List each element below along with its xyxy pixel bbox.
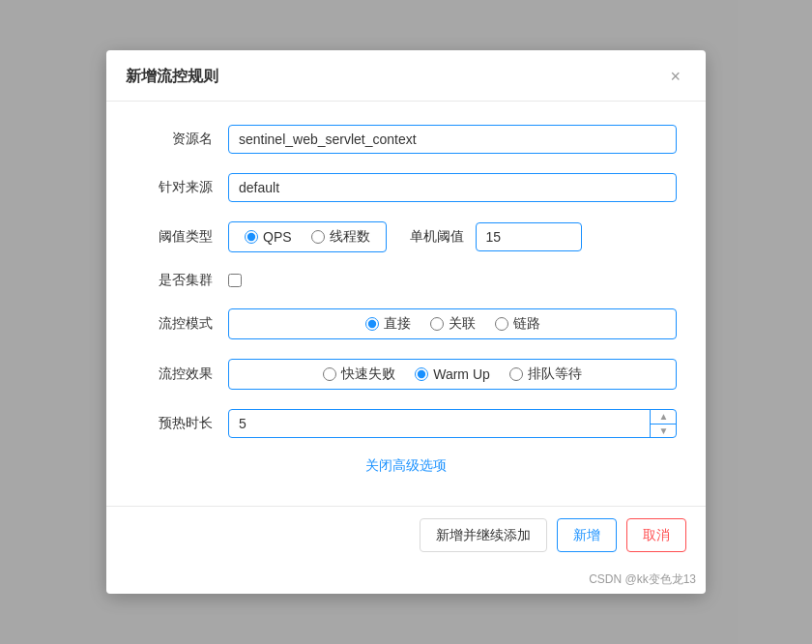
advanced-link[interactable]: 关闭高级选项 bbox=[365, 457, 447, 473]
radio-relate-label: 关联 bbox=[449, 315, 476, 333]
flow-mode-control: 直接 关联 链路 bbox=[228, 308, 677, 339]
cluster-row: 是否集群 bbox=[135, 272, 677, 289]
threshold-type-control: QPS 线程数 单机阈值 bbox=[228, 221, 677, 252]
radio-queue-input[interactable] bbox=[509, 367, 523, 381]
dialog-header: 新增流控规则 × bbox=[106, 50, 706, 102]
dialog-footer: 新增并继续添加 新增 取消 bbox=[106, 506, 706, 568]
radio-warm-up-label: Warm Up bbox=[433, 366, 490, 382]
flow-effect-row: 流控效果 快速失败 Warm Up 排队等待 bbox=[135, 359, 677, 390]
radio-qps[interactable]: QPS bbox=[245, 229, 292, 245]
radio-chain-label: 链路 bbox=[513, 315, 540, 333]
radio-queue[interactable]: 排队等待 bbox=[509, 366, 582, 383]
warmup-duration-wrapper: ▲ ▼ bbox=[228, 409, 677, 438]
close-button[interactable]: × bbox=[664, 66, 686, 87]
source-label: 针对来源 bbox=[135, 179, 213, 196]
qps-row: QPS 线程数 单机阈值 bbox=[228, 221, 677, 252]
cluster-checkbox-item bbox=[228, 274, 677, 287]
radio-fast-fail-input[interactable] bbox=[323, 367, 336, 381]
warmup-duration-input[interactable] bbox=[228, 409, 677, 438]
source-control bbox=[228, 173, 677, 202]
dialog-title: 新增流控规则 bbox=[126, 67, 218, 87]
radio-threads-input[interactable] bbox=[311, 230, 325, 244]
threshold-type-row: 阈值类型 QPS 线程数 单机阈 bbox=[135, 221, 677, 252]
source-row: 针对来源 bbox=[135, 173, 677, 202]
single-threshold-input[interactable] bbox=[476, 222, 582, 251]
flow-mode-label: 流控模式 bbox=[135, 315, 213, 333]
threshold-type-label: 阈值类型 bbox=[135, 228, 213, 246]
dialog: 新增流控规则 × 资源名 针对来源 阈值类型 bbox=[106, 50, 706, 594]
radio-queue-label: 排队等待 bbox=[528, 366, 582, 383]
resource-name-control bbox=[228, 125, 677, 154]
watermark: CSDN @kk变色龙13 bbox=[106, 568, 706, 594]
add-continue-button[interactable]: 新增并继续添加 bbox=[420, 518, 547, 552]
radio-threads-label: 线程数 bbox=[330, 228, 370, 246]
cancel-button[interactable]: 取消 bbox=[626, 518, 686, 552]
dialog-body: 资源名 针对来源 阈值类型 bbox=[106, 102, 706, 506]
warmup-duration-control: ▲ ▼ bbox=[228, 409, 677, 438]
advanced-link-row: 关闭高级选项 bbox=[135, 457, 677, 475]
single-threshold-label: 单机阈值 bbox=[410, 228, 464, 246]
radio-qps-label: QPS bbox=[263, 229, 292, 245]
threshold-type-radio-group: QPS 线程数 bbox=[228, 221, 387, 252]
flow-effect-control: 快速失败 Warm Up 排队等待 bbox=[228, 359, 677, 390]
resource-name-label: 资源名 bbox=[135, 131, 213, 148]
resource-name-input[interactable] bbox=[228, 125, 677, 154]
warmup-duration-label: 预热时长 bbox=[135, 415, 213, 432]
radio-relate-input[interactable] bbox=[430, 317, 444, 331]
radio-direct[interactable]: 直接 bbox=[365, 315, 411, 333]
add-button[interactable]: 新增 bbox=[557, 518, 617, 552]
radio-chain-input[interactable] bbox=[495, 317, 508, 331]
cluster-checkbox[interactable] bbox=[228, 274, 242, 287]
number-spinners: ▲ ▼ bbox=[650, 409, 677, 438]
radio-qps-input[interactable] bbox=[245, 230, 258, 244]
spinner-down-button[interactable]: ▼ bbox=[651, 424, 677, 439]
radio-fast-fail[interactable]: 快速失败 bbox=[323, 366, 395, 383]
cluster-label: 是否集群 bbox=[135, 272, 213, 289]
warmup-duration-row: 预热时长 ▲ ▼ bbox=[135, 409, 677, 438]
spinner-up-button[interactable]: ▲ bbox=[651, 409, 677, 424]
radio-warm-up-input[interactable] bbox=[415, 367, 428, 381]
radio-direct-input[interactable] bbox=[365, 317, 379, 331]
flow-effect-radio-group: 快速失败 Warm Up 排队等待 bbox=[228, 359, 677, 390]
radio-threads[interactable]: 线程数 bbox=[311, 228, 370, 246]
radio-fast-fail-label: 快速失败 bbox=[341, 366, 395, 383]
radio-relate[interactable]: 关联 bbox=[430, 315, 476, 333]
resource-name-row: 资源名 bbox=[135, 125, 677, 154]
flow-effect-label: 流控效果 bbox=[135, 366, 213, 383]
flow-mode-radio-group: 直接 关联 链路 bbox=[228, 308, 677, 339]
dialog-overlay: 新增流控规则 × 资源名 针对来源 阈值类型 bbox=[0, 0, 812, 644]
flow-mode-row: 流控模式 直接 关联 链路 bbox=[135, 308, 677, 339]
radio-warm-up[interactable]: Warm Up bbox=[415, 366, 490, 382]
radio-direct-label: 直接 bbox=[384, 315, 411, 333]
source-input[interactable] bbox=[228, 173, 677, 202]
radio-chain[interactable]: 链路 bbox=[495, 315, 540, 333]
cluster-control bbox=[228, 274, 677, 287]
